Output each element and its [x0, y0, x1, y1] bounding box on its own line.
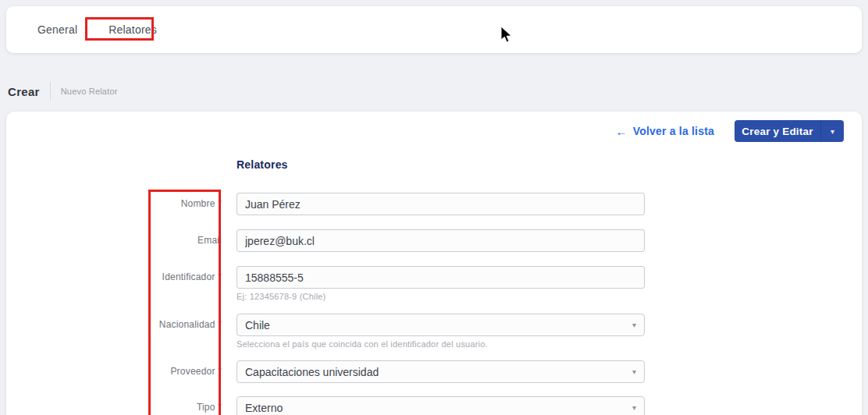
proveedor-select[interactable]: Capacitaciones universidad ▾ — [237, 360, 645, 383]
nacionalidad-label: Nacionalidad * — [6, 314, 222, 349]
tipo-label: Tipo * — [6, 396, 222, 415]
caret-down-icon: ▾ — [632, 321, 636, 329]
page: { "tabs": [ { "label": "General" }, { "l… — [0, 0, 868, 415]
form-section-title: Relatores — [237, 158, 288, 171]
caret-down-icon[interactable]: ▾ — [820, 120, 844, 142]
form-card: ← Volver a la lista Crear y Editar ▾ Rel… — [6, 112, 862, 415]
caret-down-icon: ▾ — [632, 367, 636, 376]
nombre-label: Nombre * — [6, 193, 222, 215]
form-row-nombre: Nombre * — [6, 193, 862, 215]
identificador-input[interactable] — [237, 266, 645, 289]
caret-down-icon: ▾ — [632, 403, 636, 412]
identificador-hint: Ej: 12345678-9 (Chile) — [237, 292, 645, 302]
create-and-edit-button[interactable]: Crear y Editar ▾ — [735, 120, 844, 142]
tab-bar: General Relatores — [6, 6, 862, 53]
tipo-select[interactable]: Externo ▾ — [237, 396, 645, 415]
email-label: Email — [6, 229, 222, 252]
back-arrow-icon: ← — [615, 125, 627, 138]
breadcrumb-subtitle: Nuevo Relator — [61, 87, 118, 96]
form-row-tipo: Tipo * Externo ▾ — [6, 396, 862, 415]
tabs: General Relatores — [6, 6, 862, 53]
tab-relatores[interactable]: Relatores — [108, 23, 157, 36]
nacionalidad-select[interactable]: Chile ▾ — [237, 314, 645, 336]
form-row-email: Email — [6, 229, 862, 252]
email-input[interactable] — [237, 229, 645, 252]
page-title: Crear — [8, 85, 40, 98]
tipo-select-value: Externo — [245, 402, 632, 414]
back-link-label: Volver a la lista — [633, 125, 714, 137]
toolbar: ← Volver a la lista Crear y Editar ▾ — [615, 120, 844, 142]
nacionalidad-select-value: Chile — [245, 319, 632, 332]
form: Nombre * Email Identificador * Ej: 12345… — [6, 193, 862, 415]
form-row-nacionalidad: Nacionalidad * Chile ▾ Selecciona el paí… — [6, 314, 862, 349]
back-to-list-link[interactable]: ← Volver a la lista — [615, 125, 714, 138]
breadcrumb: Crear Nuevo Relator — [8, 80, 118, 102]
proveedor-select-value: Capacitaciones universidad — [245, 366, 632, 378]
identificador-label: Identificador * — [6, 266, 222, 302]
create-and-edit-label: Crear y Editar — [735, 120, 820, 142]
breadcrumb-divider — [50, 82, 51, 101]
tab-general[interactable]: General — [37, 23, 77, 36]
nacionalidad-hint: Selecciona el país que coincida con el i… — [237, 339, 645, 349]
form-row-identificador: Identificador * Ej: 12345678-9 (Chile) — [6, 266, 862, 302]
form-row-proveedor: Proveedor * Capacitaciones universidad ▾ — [6, 360, 862, 383]
proveedor-label: Proveedor * — [6, 360, 222, 383]
nombre-input[interactable] — [237, 193, 645, 215]
